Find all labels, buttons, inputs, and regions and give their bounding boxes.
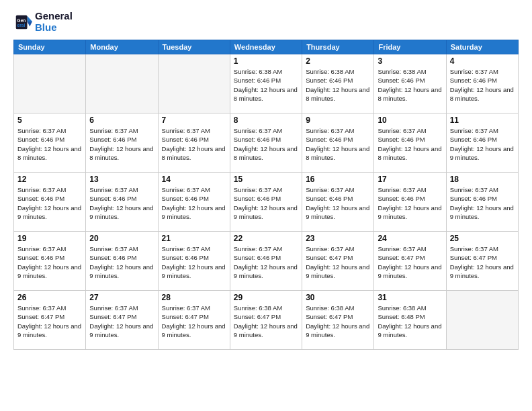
calendar-week-row: 1Sunrise: 6:38 AMSunset: 6:46 PMDaylight… (14, 54, 519, 113)
calendar-cell: 19Sunrise: 6:37 AMSunset: 6:46 PMDayligh… (14, 232, 86, 291)
calendar-cell: 6Sunrise: 6:37 AMSunset: 6:46 PMDaylight… (86, 113, 158, 173)
calendar-cell: 21Sunrise: 6:37 AMSunset: 6:46 PMDayligh… (158, 232, 230, 291)
calendar-cell: 22Sunrise: 6:37 AMSunset: 6:46 PMDayligh… (230, 232, 302, 291)
calendar-cell: 9Sunrise: 6:37 AMSunset: 6:46 PMDaylight… (302, 113, 374, 173)
calendar-cell: 20Sunrise: 6:37 AMSunset: 6:46 PMDayligh… (86, 232, 158, 291)
day-number: 20 (89, 234, 154, 243)
calendar-day-header: Tuesday (158, 40, 230, 54)
calendar-cell: 8Sunrise: 6:37 AMSunset: 6:46 PMDaylight… (230, 113, 302, 173)
day-info: Sunrise: 6:37 AMSunset: 6:46 PMDaylight:… (162, 244, 226, 280)
day-info: Sunrise: 6:38 AMSunset: 6:47 PMDaylight:… (234, 304, 298, 339)
day-info: Sunrise: 6:37 AMSunset: 6:46 PMDaylight:… (450, 126, 515, 162)
header: Gen eral General Blue (13, 11, 519, 33)
calendar-cell: 30Sunrise: 6:38 AMSunset: 6:47 PMDayligh… (302, 291, 374, 350)
calendar-day-header: Thursday (302, 40, 374, 54)
day-info: Sunrise: 6:37 AMSunset: 6:46 PMDaylight:… (89, 126, 154, 162)
day-info: Sunrise: 6:37 AMSunset: 6:46 PMDaylight:… (234, 185, 298, 221)
day-number: 27 (89, 293, 154, 302)
calendar-day-header: Wednesday (230, 40, 302, 54)
day-number: 4 (450, 56, 515, 66)
calendar-cell: 11Sunrise: 6:37 AMSunset: 6:46 PMDayligh… (446, 113, 518, 173)
day-number: 11 (450, 116, 515, 125)
day-info: Sunrise: 6:37 AMSunset: 6:46 PMDaylight:… (17, 126, 82, 162)
day-number: 6 (89, 116, 154, 125)
day-info: Sunrise: 6:37 AMSunset: 6:47 PMDaylight:… (89, 304, 154, 339)
calendar-cell: 13Sunrise: 6:37 AMSunset: 6:46 PMDayligh… (86, 173, 158, 232)
calendar-cell: 18Sunrise: 6:37 AMSunset: 6:46 PMDayligh… (446, 173, 518, 232)
day-number: 15 (234, 175, 298, 184)
calendar-cell: 14Sunrise: 6:37 AMSunset: 6:46 PMDayligh… (158, 173, 230, 232)
day-info: Sunrise: 6:38 AMSunset: 6:46 PMDaylight:… (378, 67, 442, 103)
day-info: Sunrise: 6:37 AMSunset: 6:46 PMDaylight:… (378, 185, 442, 221)
day-info: Sunrise: 6:37 AMSunset: 6:47 PMDaylight:… (306, 244, 370, 280)
day-number: 14 (162, 175, 226, 184)
calendar-day-header: Monday (86, 40, 158, 54)
day-number: 26 (17, 293, 82, 302)
day-number: 3 (378, 56, 442, 66)
logo-icon: Gen eral (13, 13, 32, 32)
day-info: Sunrise: 6:37 AMSunset: 6:47 PMDaylight:… (450, 244, 515, 280)
day-number: 7 (162, 116, 226, 125)
day-number: 17 (378, 175, 442, 184)
calendar-cell: 3Sunrise: 6:38 AMSunset: 6:46 PMDaylight… (374, 54, 446, 113)
calendar-week-row: 12Sunrise: 6:37 AMSunset: 6:46 PMDayligh… (14, 173, 519, 232)
day-number: 13 (89, 175, 154, 184)
day-number: 23 (306, 234, 370, 243)
day-number: 22 (234, 234, 298, 243)
day-number: 9 (306, 116, 370, 125)
calendar-cell: 31Sunrise: 6:38 AMSunset: 6:48 PMDayligh… (374, 291, 446, 350)
day-number: 12 (17, 175, 82, 184)
logo-text: General Blue (35, 11, 73, 33)
svg-text:Gen: Gen (17, 18, 26, 23)
logo: Gen eral General Blue (13, 11, 73, 33)
calendar-cell (14, 54, 86, 113)
day-info: Sunrise: 6:37 AMSunset: 6:46 PMDaylight:… (306, 126, 370, 162)
calendar-cell: 26Sunrise: 6:37 AMSunset: 6:47 PMDayligh… (14, 291, 86, 350)
day-info: Sunrise: 6:38 AMSunset: 6:47 PMDaylight:… (306, 304, 370, 339)
svg-text:eral: eral (17, 23, 26, 28)
day-number: 2 (306, 56, 370, 66)
day-number: 29 (234, 293, 298, 302)
day-info: Sunrise: 6:37 AMSunset: 6:46 PMDaylight:… (89, 185, 154, 221)
calendar-cell: 28Sunrise: 6:37 AMSunset: 6:47 PMDayligh… (158, 291, 230, 350)
calendar-cell: 17Sunrise: 6:37 AMSunset: 6:46 PMDayligh… (374, 173, 446, 232)
day-number: 30 (306, 293, 370, 302)
day-info: Sunrise: 6:37 AMSunset: 6:46 PMDaylight:… (450, 67, 515, 103)
calendar-header-row: SundayMondayTuesdayWednesdayThursdayFrid… (14, 40, 519, 54)
day-number: 28 (162, 293, 226, 302)
calendar-cell: 23Sunrise: 6:37 AMSunset: 6:47 PMDayligh… (302, 232, 374, 291)
day-number: 1 (234, 56, 298, 66)
calendar-cell (158, 54, 230, 113)
svg-marker-1 (28, 21, 32, 26)
day-info: Sunrise: 6:37 AMSunset: 6:46 PMDaylight:… (306, 185, 370, 221)
day-info: Sunrise: 6:38 AMSunset: 6:46 PMDaylight:… (234, 67, 298, 103)
calendar-cell: 16Sunrise: 6:37 AMSunset: 6:46 PMDayligh… (302, 173, 374, 232)
day-number: 24 (378, 234, 442, 243)
calendar-cell: 25Sunrise: 6:37 AMSunset: 6:47 PMDayligh… (446, 232, 518, 291)
day-info: Sunrise: 6:37 AMSunset: 6:47 PMDaylight:… (17, 304, 82, 339)
day-info: Sunrise: 6:37 AMSunset: 6:46 PMDaylight:… (162, 126, 226, 162)
day-info: Sunrise: 6:37 AMSunset: 6:46 PMDaylight:… (162, 185, 226, 221)
calendar-cell: 12Sunrise: 6:37 AMSunset: 6:46 PMDayligh… (14, 173, 86, 232)
calendar-cell: 24Sunrise: 6:37 AMSunset: 6:47 PMDayligh… (374, 232, 446, 291)
calendar-cell: 2Sunrise: 6:38 AMSunset: 6:46 PMDaylight… (302, 54, 374, 113)
day-info: Sunrise: 6:37 AMSunset: 6:46 PMDaylight:… (378, 126, 442, 162)
calendar-day-header: Saturday (446, 40, 518, 54)
calendar-week-row: 19Sunrise: 6:37 AMSunset: 6:46 PMDayligh… (14, 232, 519, 291)
calendar-cell: 29Sunrise: 6:38 AMSunset: 6:47 PMDayligh… (230, 291, 302, 350)
calendar-day-header: Friday (374, 40, 446, 54)
calendar-cell: 10Sunrise: 6:37 AMSunset: 6:46 PMDayligh… (374, 113, 446, 173)
calendar-cell (86, 54, 158, 113)
day-info: Sunrise: 6:37 AMSunset: 6:46 PMDaylight:… (17, 185, 82, 221)
day-info: Sunrise: 6:37 AMSunset: 6:47 PMDaylight:… (162, 304, 226, 339)
calendar-cell: 7Sunrise: 6:37 AMSunset: 6:46 PMDaylight… (158, 113, 230, 173)
calendar-cell: 15Sunrise: 6:37 AMSunset: 6:46 PMDayligh… (230, 173, 302, 232)
calendar-page: Gen eral General Blue SundayMondayTuesda… (0, 0, 532, 411)
calendar-week-row: 26Sunrise: 6:37 AMSunset: 6:47 PMDayligh… (14, 291, 519, 350)
day-info: Sunrise: 6:37 AMSunset: 6:46 PMDaylight:… (89, 244, 154, 280)
day-number: 31 (378, 293, 442, 302)
calendar-cell: 4Sunrise: 6:37 AMSunset: 6:46 PMDaylight… (446, 54, 518, 113)
calendar-week-row: 5Sunrise: 6:37 AMSunset: 6:46 PMDaylight… (14, 113, 519, 173)
day-info: Sunrise: 6:38 AMSunset: 6:46 PMDaylight:… (306, 67, 370, 103)
day-number: 19 (17, 234, 82, 243)
